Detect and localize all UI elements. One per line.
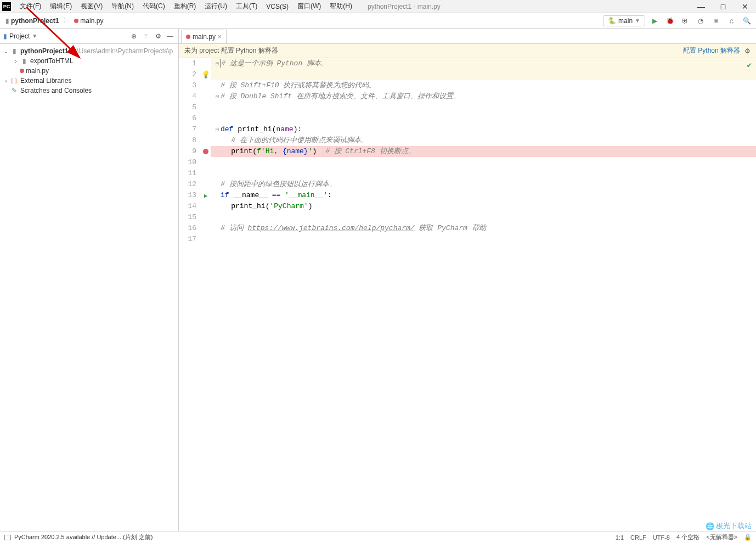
breakpoint-dot-icon bbox=[186, 35, 190, 39]
project-tree: ⌄ ▮ pythonProject1 C:\Users\admin\Pychar… bbox=[0, 44, 178, 531]
project-toolbar: ▮ Project ▼ ⊕ ÷ ⚙ — bbox=[0, 29, 178, 44]
code-content[interactable]: ⊟# 这是一个示例 Python 脚本。 # 按 Shift+F10 执行或将其… bbox=[211, 58, 756, 531]
watermark-text: 极光下载站 bbox=[716, 521, 752, 531]
git-button[interactable]: ⎌ bbox=[725, 15, 737, 27]
breakpoint-icon[interactable] bbox=[203, 149, 208, 154]
window-maximize-button[interactable]: □ bbox=[712, 0, 734, 13]
project-title-label: Project bbox=[9, 32, 30, 40]
tree-external-libraries[interactable]: › ⫿⫿ External Libraries bbox=[0, 76, 178, 86]
locate-file-button[interactable]: ⊕ bbox=[129, 31, 139, 41]
menu-navigate[interactable]: 导航(N) bbox=[107, 0, 138, 13]
tree-root[interactable]: ⌄ ▮ pythonProject1 C:\Users\admin\Pychar… bbox=[0, 46, 178, 56]
line-number-gutter: 1234 5678 9101112 13141516 17 bbox=[179, 58, 201, 531]
stop-button[interactable]: ■ bbox=[710, 15, 722, 27]
watermark: 🌐 极光下载站 bbox=[706, 521, 752, 531]
python-icon: 🐍 bbox=[608, 17, 616, 25]
library-icon: ⫿⫿ bbox=[10, 77, 19, 85]
settings-button[interactable]: ⚙ bbox=[153, 31, 163, 41]
status-line-separator[interactable]: CRLF bbox=[630, 534, 646, 541]
project-view-selector[interactable]: ▮ Project ▼ bbox=[3, 32, 37, 40]
expand-icon[interactable]: › bbox=[12, 58, 20, 64]
window-minimize-button[interactable]: — bbox=[690, 0, 712, 13]
menu-bar: PC 文件(F) 编辑(E) 视图(V) 导航(N) 代码(C) 重构(R) 运… bbox=[0, 0, 756, 13]
editor-area: main.py × 未为 project 配置 Python 解释器 配置 Py… bbox=[179, 29, 756, 531]
tree-item-label: main.py bbox=[26, 67, 49, 75]
tool-windows-icon[interactable] bbox=[4, 535, 11, 540]
chevron-down-icon: ▼ bbox=[635, 18, 640, 24]
tree-scratches[interactable]: ✎ Scratches and Consoles bbox=[0, 86, 178, 96]
run-configuration-selector[interactable]: 🐍 main ▼ bbox=[603, 15, 645, 26]
gear-icon[interactable]: ⚙ bbox=[744, 47, 751, 55]
menu-code[interactable]: 代码(C) bbox=[138, 0, 170, 13]
inspection-ok-icon[interactable]: ✔ bbox=[747, 60, 752, 70]
run-button[interactable]: ▶ bbox=[648, 15, 661, 27]
menu-window[interactable]: 窗口(W) bbox=[293, 0, 325, 13]
configure-interpreter-link[interactable]: 配置 Python 解释器 bbox=[683, 46, 740, 55]
menu-help[interactable]: 帮助(H) bbox=[325, 0, 357, 13]
breadcrumb-file-label: main.py bbox=[80, 17, 103, 25]
lock-icon[interactable]: 🔒 bbox=[744, 534, 752, 541]
folder-icon: ▮ bbox=[20, 57, 29, 65]
debug-button[interactable]: 🐞 bbox=[664, 15, 676, 27]
breakpoint-dot-icon bbox=[20, 69, 24, 73]
code-editor[interactable]: ✔ 1234 5678 9101112 13141516 17 💡 ▶ ⊟# 这… bbox=[179, 58, 756, 531]
tree-file-main[interactable]: main.py bbox=[0, 66, 178, 76]
tree-item-label: Scratches and Consoles bbox=[20, 87, 92, 94]
editor-tab-main[interactable]: main.py × bbox=[181, 30, 227, 43]
status-update-notification[interactable]: PyCharm 2020.2.5 available // Update... … bbox=[14, 533, 153, 541]
navigation-bar: ▮ pythonProject1 〉 main.py 🐍 main ▼ ▶ 🐞 … bbox=[0, 13, 756, 29]
status-indent[interactable]: 4 个空格 bbox=[676, 533, 699, 541]
run-config-label: main bbox=[618, 17, 633, 25]
warning-text: 未为 project 配置 Python 解释器 bbox=[184, 46, 278, 55]
menu-view[interactable]: 视图(V) bbox=[76, 0, 107, 13]
breadcrumb-project-label: pythonProject1 bbox=[11, 17, 59, 25]
interpreter-warning-bar: 未为 project 配置 Python 解释器 配置 Python 解释器 ⚙ bbox=[179, 44, 756, 58]
tree-item-label: exportToHTML bbox=[30, 57, 74, 65]
scratches-icon: ✎ bbox=[10, 87, 19, 94]
folder-icon: ▮ bbox=[10, 47, 19, 55]
project-icon: ▮ bbox=[3, 32, 7, 40]
expand-all-button[interactable]: ÷ bbox=[141, 31, 151, 41]
status-caret-position[interactable]: 1:1 bbox=[616, 534, 624, 541]
profile-button[interactable]: ◔ bbox=[695, 15, 707, 27]
editor-tabs: main.py × bbox=[179, 29, 756, 44]
tree-root-path: C:\Users\admin\PycharmProjects\p bbox=[70, 47, 173, 55]
app-icon: PC bbox=[2, 2, 11, 11]
breadcrumb-project[interactable]: ▮ pythonProject1 bbox=[3, 16, 61, 26]
project-tool-window: ▮ Project ▼ ⊕ ÷ ⚙ — ⌄ ▮ pythonProject1 C… bbox=[0, 29, 179, 531]
folder-icon: ▮ bbox=[5, 17, 9, 25]
close-icon[interactable]: × bbox=[218, 33, 222, 41]
tab-label: main.py bbox=[193, 33, 216, 41]
status-encoding[interactable]: UTF-8 bbox=[653, 534, 670, 541]
menu-vcs[interactable]: VCS(S) bbox=[262, 1, 293, 12]
run-gutter-icon[interactable]: ▶ bbox=[204, 192, 208, 199]
menu-run[interactable]: 运行(U) bbox=[200, 0, 232, 13]
menu-tools[interactable]: 工具(T) bbox=[232, 0, 262, 13]
collapse-icon[interactable]: ⌄ bbox=[2, 48, 10, 54]
breadcrumb-separator-icon: 〉 bbox=[63, 16, 70, 25]
breakpoint-dot-icon bbox=[74, 19, 78, 23]
hide-button[interactable]: — bbox=[165, 31, 175, 41]
search-everywhere-button[interactable]: 🔍 bbox=[741, 15, 753, 27]
chevron-down-icon: ▼ bbox=[32, 33, 37, 39]
window-title: pythonProject1 - main.py bbox=[368, 3, 441, 10]
watermark-icon: 🌐 bbox=[706, 522, 714, 530]
lightbulb-icon[interactable]: 💡 bbox=[201, 70, 210, 79]
icon-gutter: 💡 ▶ bbox=[201, 58, 211, 531]
window-close-button[interactable]: ✕ bbox=[734, 0, 756, 13]
tree-item-label: External Libraries bbox=[20, 77, 71, 85]
expand-icon[interactable]: › bbox=[2, 78, 10, 84]
menu-file[interactable]: 文件(F) bbox=[15, 0, 46, 13]
status-interpreter[interactable]: <无解释器> bbox=[706, 533, 737, 541]
status-bar: PyCharm 2020.2.5 available // Update... … bbox=[0, 531, 756, 543]
menu-refactor[interactable]: 重构(R) bbox=[170, 0, 201, 13]
tree-folder-export[interactable]: › ▮ exportToHTML bbox=[0, 56, 178, 66]
menu-edit[interactable]: 编辑(E) bbox=[46, 0, 76, 13]
coverage-button[interactable]: ⛨ bbox=[679, 15, 691, 27]
breadcrumb-file[interactable]: main.py bbox=[72, 16, 105, 26]
tree-root-label: pythonProject1 bbox=[20, 47, 68, 55]
breadcrumb: ▮ pythonProject1 〉 main.py bbox=[3, 16, 105, 26]
